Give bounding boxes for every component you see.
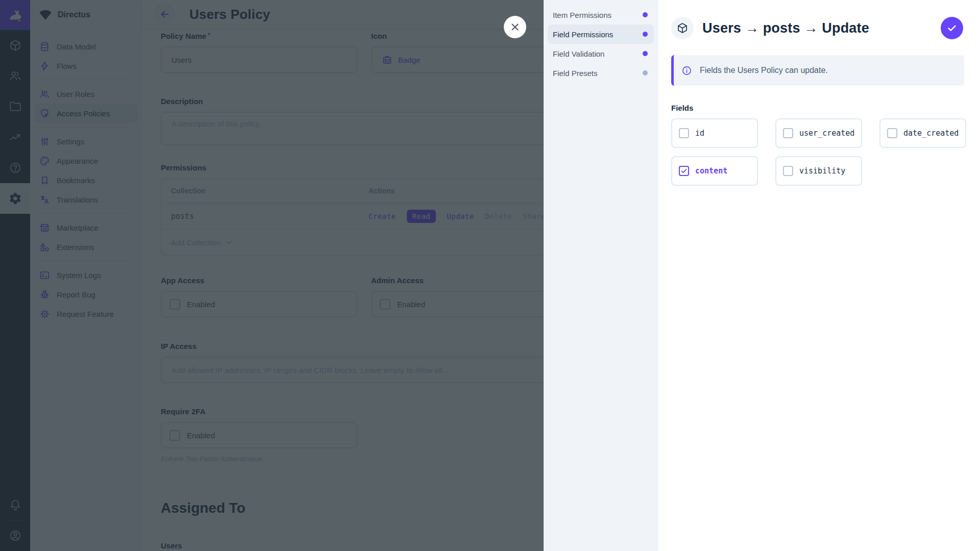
- field-name: user_created: [799, 129, 854, 138]
- drawer-nav: Item Permissions Field Permissions Field…: [544, 0, 658, 551]
- field-name: content: [695, 166, 727, 176]
- fields-label: Fields: [671, 104, 693, 112]
- save-button[interactable]: [941, 17, 963, 39]
- field-name: date_created: [903, 129, 959, 138]
- info-notice: Fields the Users Policy can update.: [671, 55, 964, 86]
- drawer-nav-label: Item Permissions: [553, 11, 611, 19]
- status-dot: [643, 12, 648, 17]
- drawer-header: Users → posts → Update: [671, 17, 963, 39]
- field-checkbox-content[interactable]: content: [671, 156, 758, 186]
- field-checkbox-user-created[interactable]: user_created: [775, 118, 862, 148]
- field-name: id: [695, 129, 704, 138]
- drawer-title-icon-circle: [671, 17, 694, 39]
- drawer-nav-field-permissions[interactable]: Field Permissions: [548, 24, 654, 44]
- checkbox-icon[interactable]: [783, 128, 793, 138]
- drawer-nav-item-permissions[interactable]: Item Permissions: [548, 5, 654, 24]
- drawer-title: Users → posts → Update: [702, 20, 869, 36]
- field-checkbox-grid: id user_created date_created: [671, 118, 966, 186]
- checkbox-icon[interactable]: [679, 166, 689, 176]
- check-icon: [946, 22, 958, 34]
- drawer-close-button[interactable]: [504, 16, 526, 38]
- notice-text: Fields the Users Policy can update.: [700, 66, 828, 75]
- permissions-drawer: Item Permissions Field Permissions Field…: [544, 0, 980, 551]
- field-name: visibility: [799, 166, 845, 176]
- drawer-main: Users → posts → Update Fields the Users …: [658, 0, 980, 551]
- field-checkbox-visibility[interactable]: visibility: [775, 156, 862, 186]
- drawer-nav-label: Field Permissions: [553, 30, 613, 39]
- drawer-nav-field-presets[interactable]: Field Presets: [548, 63, 654, 83]
- checkbox-icon[interactable]: [783, 166, 793, 176]
- drawer-nav-field-validation[interactable]: Field Validation: [548, 44, 654, 63]
- status-dot: [643, 51, 648, 56]
- field-checkbox-date-created[interactable]: date_created: [879, 118, 966, 148]
- directus-app: Directus Data Model Flows: [0, 0, 980, 551]
- status-dot: [643, 32, 648, 37]
- drawer-nav-label: Field Presets: [553, 69, 598, 78]
- status-dot: [643, 70, 648, 76]
- close-icon: [509, 21, 521, 33]
- cube-icon: [676, 22, 689, 34]
- checkbox-icon[interactable]: [679, 128, 689, 138]
- field-checkbox-id[interactable]: id: [671, 118, 758, 148]
- info-icon: [681, 65, 692, 76]
- checkbox-icon[interactable]: [887, 128, 897, 138]
- drawer-nav-label: Field Validation: [553, 49, 604, 58]
